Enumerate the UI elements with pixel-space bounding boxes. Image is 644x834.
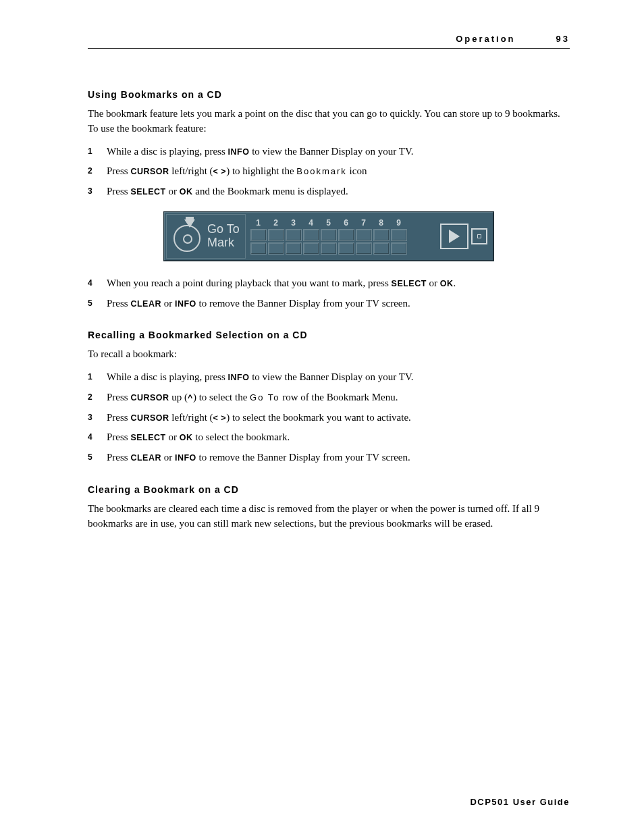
step-text: Press SELECT or OK and the Bookmark menu… bbox=[107, 184, 570, 199]
section1-intro: The bookmark feature lets you mark a poi… bbox=[88, 107, 570, 136]
key-ok: OK bbox=[440, 279, 454, 288]
bookmark-cell bbox=[391, 242, 407, 255]
step-number: 4 bbox=[88, 276, 107, 291]
stop-icon bbox=[471, 228, 487, 244]
key-select: SELECT bbox=[392, 279, 427, 288]
list-item: 3 Press CURSOR left/right (< >) to selec… bbox=[88, 411, 570, 425]
step-text: When you reach a point during playback t… bbox=[107, 276, 570, 291]
goto-label: Go To bbox=[250, 392, 279, 402]
bookmark-cell bbox=[391, 229, 407, 241]
page-number: 93 bbox=[556, 34, 570, 44]
bookmark-cell bbox=[373, 242, 390, 255]
step-number: 3 bbox=[88, 184, 107, 199]
key-cursor: CURSOR bbox=[130, 167, 169, 176]
step-number: 3 bbox=[88, 411, 107, 425]
key-info: INFO bbox=[228, 147, 250, 157]
bookmark-cell bbox=[268, 229, 284, 241]
bookmark-cell bbox=[268, 242, 284, 255]
bookmark-cell bbox=[338, 229, 354, 241]
list-item: 2 Press CURSOR up (^) to select the Go T… bbox=[88, 390, 570, 405]
bookmark-cell bbox=[321, 242, 337, 255]
key-cursor: CURSOR bbox=[130, 413, 169, 423]
step-number: 2 bbox=[88, 164, 107, 179]
step-text: Press CURSOR up (^) to select the Go To … bbox=[107, 390, 570, 405]
go-to-mark-label: Go To Mark bbox=[207, 223, 240, 250]
step-number: 5 bbox=[88, 296, 107, 311]
step-text: While a disc is playing, press INFO to v… bbox=[107, 370, 570, 385]
bookmark-cell bbox=[338, 242, 354, 255]
header-title: Operation bbox=[456, 34, 515, 44]
step-text: While a disc is playing, press INFO to v… bbox=[107, 145, 570, 159]
key-caret: ^ bbox=[188, 393, 193, 402]
list-item: 5 Press CLEAR or INFO to remove the Bann… bbox=[88, 450, 570, 465]
footer-guide-label: DCP501 User Guide bbox=[470, 797, 570, 807]
list-item: 4 Press SELECT or OK to select the bookm… bbox=[88, 430, 570, 445]
step-text: Press CURSOR left/right (< >) to highlig… bbox=[107, 164, 570, 179]
bookmark-numbers-row: 1 2 3 4 5 6 7 8 9 bbox=[250, 218, 436, 228]
bookmark-cell bbox=[303, 229, 319, 241]
key-select: SELECT bbox=[130, 433, 165, 442]
step-number: 1 bbox=[88, 145, 107, 159]
list-item: 3 Press SELECT or OK and the Bookmark me… bbox=[88, 184, 570, 199]
bookmark-figure: Go To Mark 1 2 3 4 5 6 7 8 9 bbox=[88, 211, 570, 261]
step-text: Press SELECT or OK to select the bookmar… bbox=[107, 430, 570, 445]
list-item: 4 When you reach a point during playback… bbox=[88, 276, 570, 291]
key-arrows: < > bbox=[213, 413, 227, 423]
bookmark-bar: Go To Mark 1 2 3 4 5 6 7 8 9 bbox=[163, 211, 494, 261]
list-item: 1 While a disc is playing, press INFO to… bbox=[88, 145, 570, 159]
section-heading-using-bookmarks: Using Bookmarks on a CD bbox=[88, 89, 570, 100]
key-cursor: CURSOR bbox=[130, 393, 169, 402]
list-item: 2 Press CURSOR left/right (< >) to highl… bbox=[88, 164, 570, 179]
step-text: Press CLEAR or INFO to remove the Banner… bbox=[107, 296, 570, 311]
bookmark-cell bbox=[250, 242, 267, 255]
key-info: INFO bbox=[175, 299, 196, 309]
key-ok: OK bbox=[180, 433, 193, 442]
bookmark-row-top bbox=[250, 229, 436, 241]
bookmark-row-bottom bbox=[250, 242, 436, 255]
bookmark-cell bbox=[286, 229, 302, 241]
bookmark-label: Bookmark bbox=[296, 166, 347, 176]
section3-intro: The bookmarks are cleared each time a di… bbox=[88, 502, 570, 531]
step-text: Press CURSOR left/right (< >) to select … bbox=[107, 411, 570, 425]
section1-steps: 1 While a disc is playing, press INFO to… bbox=[88, 145, 570, 199]
bookmark-cell bbox=[250, 229, 267, 241]
key-ok: OK bbox=[180, 187, 193, 197]
bookmark-grid: 1 2 3 4 5 6 7 8 9 bbox=[246, 214, 440, 259]
page-header: Operation 93 bbox=[88, 34, 570, 49]
list-item: 5 Press CLEAR or INFO to remove the Bann… bbox=[88, 296, 570, 311]
key-select: SELECT bbox=[130, 187, 165, 197]
bookmark-left-panel: Go To Mark bbox=[166, 214, 246, 259]
step-text: Press CLEAR or INFO to remove the Banner… bbox=[107, 450, 570, 465]
step-number: 5 bbox=[88, 450, 107, 465]
bookmark-cell bbox=[373, 229, 390, 241]
play-icon bbox=[440, 224, 468, 249]
bookmark-cell bbox=[303, 242, 319, 255]
bookmark-cell bbox=[356, 242, 372, 255]
disc-icon bbox=[172, 221, 203, 252]
section-heading-clearing: Clearing a Bookmark on a CD bbox=[88, 484, 570, 495]
bookmark-cell bbox=[321, 229, 337, 241]
key-arrows: < > bbox=[213, 167, 227, 176]
key-info: INFO bbox=[228, 373, 250, 382]
list-item: 1 While a disc is playing, press INFO to… bbox=[88, 370, 570, 385]
bookmark-cell bbox=[356, 229, 372, 241]
section2-steps: 1 While a disc is playing, press INFO to… bbox=[88, 370, 570, 465]
section1-steps-contd: 4 When you reach a point during playback… bbox=[88, 276, 570, 311]
key-info: INFO bbox=[175, 453, 196, 463]
section2-intro: To recall a bookmark: bbox=[88, 347, 570, 362]
step-number: 1 bbox=[88, 370, 107, 385]
bookmark-cell bbox=[286, 242, 302, 255]
step-number: 2 bbox=[88, 390, 107, 405]
bookmark-right-panel bbox=[440, 214, 491, 259]
key-clear: CLEAR bbox=[130, 299, 161, 309]
step-number: 4 bbox=[88, 430, 107, 445]
key-clear: CLEAR bbox=[130, 453, 161, 463]
section-heading-recalling: Recalling a Bookmarked Selection on a CD bbox=[88, 330, 570, 340]
